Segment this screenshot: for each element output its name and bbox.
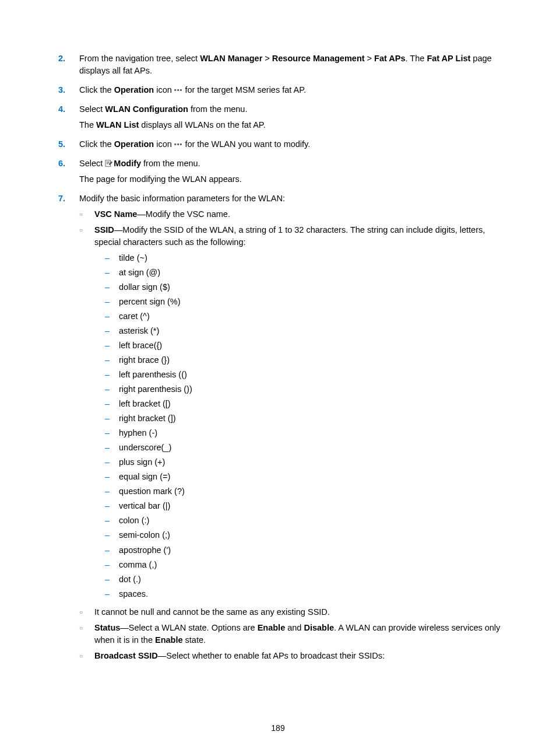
list-item-text: spaces. xyxy=(119,588,504,600)
bold: Fat APs xyxy=(374,54,405,63)
list-item: –semi-colon (;) xyxy=(105,529,504,541)
dash-bullet-icon: – xyxy=(105,412,119,425)
list-item-text: dot (.) xyxy=(119,573,504,586)
dash-bullet-icon: – xyxy=(105,442,119,454)
step-2: 2. From the navigation tree, select WLAN… xyxy=(58,52,504,80)
list-item: –left parenthesis (() xyxy=(105,369,504,381)
list-item-text: right brace (}) xyxy=(119,354,504,366)
bold: Enable xyxy=(258,623,286,632)
dash-bullet-icon: – xyxy=(105,310,119,323)
dash-bullet-icon: – xyxy=(105,471,119,483)
list-item-text: hyphen (-) xyxy=(119,427,504,439)
step-7: 7. Modify the basic information paramete… xyxy=(58,192,504,666)
text: From the navigation tree, select xyxy=(79,54,200,63)
bold: Operation xyxy=(114,139,154,149)
dash-bullet-icon: – xyxy=(105,281,119,293)
text: icon xyxy=(154,139,174,149)
step-body: From the navigation tree, select WLAN Ma… xyxy=(79,52,504,80)
text: Modify the basic information parameters … xyxy=(79,192,504,205)
ellipsis-icon: ••• xyxy=(174,86,183,93)
list-item: –question mark (?) xyxy=(105,485,504,498)
list-item: –dot (.) xyxy=(105,573,504,586)
text: icon xyxy=(154,85,174,94)
page-number: 189 xyxy=(0,723,556,733)
list-item: –spaces. xyxy=(105,588,504,600)
bold: Operation xyxy=(114,85,154,94)
step-number: 2. xyxy=(58,52,79,80)
bold: VSC Name xyxy=(94,209,137,219)
dash-bullet-icon: – xyxy=(105,573,119,586)
dash-bullet-icon: – xyxy=(105,588,119,600)
list-item: –tilde (~) xyxy=(105,252,504,264)
text: The page for modifying the WLAN appears. xyxy=(79,173,504,186)
bold: Modify xyxy=(114,159,141,168)
list-item-text: left brace({) xyxy=(119,340,504,352)
list-item: –at sign (@) xyxy=(105,267,504,279)
dash-bullet-icon: – xyxy=(105,559,119,571)
text: Click the xyxy=(79,85,114,94)
dash-bullet-icon: – xyxy=(105,427,119,439)
step-6: 6. Select Modify from the menu. The page… xyxy=(58,158,504,189)
text: —Select whether to enable fat APs to bro… xyxy=(158,651,385,660)
dash-bullet-icon: – xyxy=(105,485,119,498)
dash-bullet-icon: – xyxy=(105,529,119,541)
bold: WLAN Configuration xyxy=(105,104,188,114)
text: It cannot be null and cannot be the same… xyxy=(94,606,504,618)
text: —Select a WLAN state. Options are xyxy=(120,623,257,632)
dash-bullet-icon: – xyxy=(105,296,119,308)
step-body: Click the Operation icon ••• for the WLA… xyxy=(79,138,504,154)
circle-bullet-icon: ○ xyxy=(79,650,94,662)
step-3: 3. Click the Operation icon ••• for the … xyxy=(58,84,504,100)
text: for the WLAN you want to modify. xyxy=(182,139,310,149)
step-4: 4. Select WLAN Configuration from the me… xyxy=(58,103,504,135)
dash-bullet-icon: – xyxy=(105,500,119,512)
list-item: –underscore(_) xyxy=(105,442,504,454)
text: —Modify the SSID of the WLAN, a string o… xyxy=(94,225,485,247)
modify-icon xyxy=(105,159,113,167)
list-item-text: comma (,) xyxy=(119,559,504,571)
list-item: –caret (^) xyxy=(105,310,504,323)
bullet-status: ○ Status—Select a WLAN state. Options ar… xyxy=(79,622,504,646)
list-item: –percent sign (%) xyxy=(105,296,504,308)
list-item: –dollar sign ($) xyxy=(105,281,504,293)
circle-bullet-icon: ○ xyxy=(79,208,94,220)
text: for the target MSM series fat AP. xyxy=(182,85,306,94)
circle-bullet-icon: ○ xyxy=(79,622,94,646)
dash-bullet-icon: – xyxy=(105,398,119,410)
step-number: 7. xyxy=(58,192,79,666)
list-item: –vertical bar (|) xyxy=(105,500,504,512)
list-item-text: percent sign (%) xyxy=(119,296,504,308)
list-item-text: right bracket (]) xyxy=(119,412,504,425)
dash-bullet-icon: – xyxy=(105,383,119,396)
list-item-text: plus sign (+) xyxy=(119,456,504,468)
list-item-text: question mark (?) xyxy=(119,485,504,498)
dash-bullet-icon: – xyxy=(105,456,119,468)
dash-bullet-icon: – xyxy=(105,354,119,366)
bold: Broadcast SSID xyxy=(94,651,158,660)
text: . The xyxy=(406,54,427,63)
text: state. xyxy=(183,635,206,645)
list-item-text: vertical bar (|) xyxy=(119,500,504,512)
list-item-text: equal sign (=) xyxy=(119,471,504,483)
dash-bullet-icon: – xyxy=(105,514,119,527)
step-number: 6. xyxy=(58,158,79,189)
bold: SSID xyxy=(94,225,114,235)
text: and xyxy=(285,623,304,632)
list-item: –apostrophe (') xyxy=(105,544,504,556)
list-item: –equal sign (=) xyxy=(105,471,504,483)
special-chars-list: –tilde (~)–at sign (@)–dollar sign ($)–p… xyxy=(105,252,504,600)
step-number: 5. xyxy=(58,138,79,154)
circle-bullet-icon: ○ xyxy=(79,606,94,618)
list-item-text: asterisk (*) xyxy=(119,325,504,337)
bold: WLAN List xyxy=(96,120,139,130)
list-item: –right bracket (]) xyxy=(105,412,504,425)
dash-bullet-icon: – xyxy=(105,369,119,381)
text: Click the xyxy=(79,139,114,149)
list-item: –hyphen (-) xyxy=(105,427,504,439)
step-number: 3. xyxy=(58,84,79,100)
list-item: –right brace (}) xyxy=(105,354,504,366)
list-item: –colon (:) xyxy=(105,514,504,527)
bold: Status xyxy=(94,623,120,632)
text: from the menu. xyxy=(141,159,200,168)
bold: Enable xyxy=(155,635,183,645)
